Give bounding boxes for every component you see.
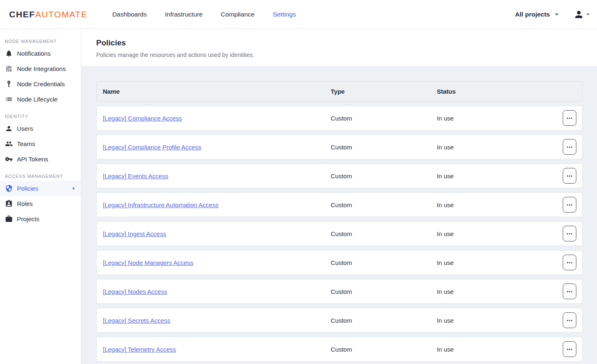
- sidebar-item[interactable]: Policies: [0, 181, 81, 196]
- chef-automate-logo[interactable]: CHEFAUTOMATE: [9, 9, 88, 19]
- sliders-icon: [5, 65, 13, 73]
- sidebar-item-label: Roles: [17, 200, 33, 207]
- nav-link[interactable]: Dashboards: [112, 11, 147, 18]
- sidebar-item-label: API Tokens: [17, 156, 48, 163]
- group-icon: [5, 140, 13, 148]
- sidebar-item[interactable]: Teams: [0, 136, 81, 151]
- table-row: [Legacy] Telemetry Access Custom In use: [96, 337, 583, 362]
- page-header: Policies Policies manage the resources a…: [81, 29, 597, 66]
- ellipsis-icon: [567, 291, 568, 292]
- chevron-down-icon: [554, 12, 559, 17]
- ellipsis-icon: [567, 320, 568, 321]
- nav-link[interactable]: Compliance: [221, 11, 255, 18]
- table-row: [Legacy] Secrets Access Custom In use: [96, 308, 583, 333]
- row-menu-button[interactable]: [563, 139, 576, 155]
- sidebar-item[interactable]: Roles: [0, 196, 81, 211]
- policy-name-link[interactable]: [Legacy] Events Access: [103, 173, 168, 180]
- row-menu-button[interactable]: [563, 255, 576, 270]
- policy-status: In use: [431, 230, 557, 237]
- policy-status: In use: [431, 144, 557, 151]
- column-header-name: Name: [97, 88, 325, 95]
- policy-name-link[interactable]: [Legacy] Nodes Access: [103, 288, 167, 295]
- briefcase-icon: [5, 215, 13, 223]
- ellipsis-icon: [567, 204, 568, 206]
- policy-type: Custom: [325, 317, 431, 324]
- policy-status: In use: [431, 259, 557, 266]
- policy-type: Custom: [325, 288, 431, 295]
- ellipsis-icon: [567, 147, 568, 148]
- policy-name-link[interactable]: [Legacy] Infrastructure Automation Acces…: [103, 201, 218, 208]
- ellipsis-icon: [567, 175, 568, 177]
- content-area: Name Type Status [Legacy] Compliance Acc…: [81, 66, 597, 362]
- policy-status: In use: [431, 317, 557, 324]
- policy-name-link[interactable]: [Legacy] Ingest Access: [103, 230, 166, 237]
- table-row: [Legacy] Events Access Custom In use: [96, 163, 583, 188]
- sidebar-item[interactable]: Node Credentials: [0, 76, 81, 92]
- nav-link[interactable]: Infrastructure: [165, 11, 202, 18]
- row-menu-button[interactable]: [563, 110, 576, 126]
- page-description: Policies manage the resources and action…: [96, 52, 597, 58]
- main-content: Policies Policies manage the resources a…: [81, 29, 597, 364]
- sidebar-item[interactable]: Node Integrations: [0, 61, 81, 76]
- row-menu-button[interactable]: [563, 226, 576, 241]
- sidebar-group-node-management: Notifications Node Integrations Node Cre…: [0, 46, 81, 107]
- row-menu-button[interactable]: [563, 168, 576, 184]
- sidebar-item-label: Policies: [17, 185, 38, 192]
- row-menu-button[interactable]: [563, 197, 576, 213]
- sidebar-group-identity: Users Teams API Tokens: [0, 121, 81, 167]
- topnav-right: All projects: [515, 9, 597, 20]
- column-header-status: Status: [431, 88, 557, 95]
- policy-name-link[interactable]: [Legacy] Secrets Access: [103, 317, 170, 324]
- sidebar-item[interactable]: Users: [0, 121, 81, 136]
- sidebar-item[interactable]: API Tokens: [0, 151, 81, 167]
- policy-status: In use: [431, 173, 557, 180]
- policy-type: Custom: [325, 115, 431, 122]
- ellipsis-icon: [567, 233, 568, 234]
- settings-sidebar: NODE MANAGEMENT Notifications Node Integ…: [0, 29, 81, 364]
- sidebar-item[interactable]: Node Lifecycle: [0, 92, 81, 107]
- sidebar-item[interactable]: Notifications: [0, 46, 81, 61]
- policy-name-link[interactable]: [Legacy] Telemetry Access: [103, 346, 176, 353]
- projects-filter-label: All projects: [515, 11, 550, 18]
- sidebar-item-label: Projects: [17, 215, 39, 222]
- table-body: [Legacy] Compliance Access Custom In use…: [96, 106, 583, 362]
- row-menu-button[interactable]: [563, 312, 576, 328]
- policy-name-link[interactable]: [Legacy] Compliance Access: [103, 115, 182, 122]
- policy-status: In use: [431, 201, 557, 208]
- top-navigation: CHEFAUTOMATE Dashboards Infrastructure C…: [0, 0, 597, 29]
- main-nav: Dashboards Infrastructure Compliance Set…: [112, 11, 296, 18]
- sidebar-section-node-management: NODE MANAGEMENT: [0, 35, 81, 46]
- row-menu-button[interactable]: [563, 341, 576, 357]
- policy-status: In use: [431, 346, 557, 353]
- policy-status: In use: [431, 115, 557, 122]
- logo-automate: AUTOMATE: [35, 9, 88, 19]
- table-row: [Legacy] Infrastructure Automation Acces…: [96, 192, 583, 217]
- logo-chef: CHEF: [9, 9, 35, 19]
- table-row: [Legacy] Nodes Access Custom In use: [96, 279, 583, 304]
- user-menu-button[interactable]: [573, 9, 590, 20]
- chevron-down-icon: [586, 12, 590, 17]
- policy-name-link[interactable]: [Legacy] Compliance Profile Access: [103, 144, 201, 151]
- table-row: [Legacy] Compliance Profile Access Custo…: [96, 135, 583, 159]
- policies-table: Name Type Status [Legacy] Compliance Acc…: [96, 81, 583, 362]
- user-avatar-icon: [573, 9, 584, 20]
- policy-status: In use: [431, 288, 557, 295]
- column-header-type: Type: [325, 88, 431, 95]
- table-header-row: Name Type Status: [96, 81, 583, 102]
- row-menu-button[interactable]: [563, 284, 576, 299]
- sidebar-group-access-management: Policies Roles Projects: [0, 181, 81, 227]
- policy-type: Custom: [325, 173, 431, 180]
- page-title: Policies: [96, 38, 597, 47]
- sidebar-section-access-management: ACCESS MANAGEMENT: [0, 170, 81, 181]
- sidebar-section-identity: IDENTITY: [0, 110, 81, 121]
- projects-filter-dropdown[interactable]: All projects: [515, 11, 559, 18]
- sidebar-item-label: Node Integrations: [17, 65, 66, 72]
- sidebar-item[interactable]: Projects: [0, 211, 81, 227]
- policy-type: Custom: [325, 201, 431, 208]
- sidebar-item-label: Teams: [17, 140, 35, 147]
- sidebar-item-label: Users: [17, 125, 33, 132]
- policy-type: Custom: [325, 230, 431, 237]
- nav-link[interactable]: Settings: [273, 11, 296, 18]
- caret-right-icon: [71, 186, 76, 191]
- policy-name-link[interactable]: [Legacy] Node Managers Access: [103, 259, 193, 266]
